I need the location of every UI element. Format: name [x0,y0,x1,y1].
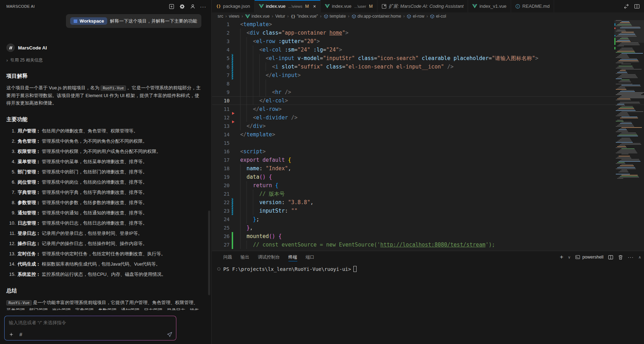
new-chat-icon[interactable] [168,3,175,10]
code-line[interactable]: 6 <i slot="suffix" class="el-icon-search… [212,63,644,71]
minimap-line [617,51,634,52]
breadcrumb-item[interactable]: index.vue [245,14,269,19]
minimap-slider[interactable] [614,20,644,43]
code-line[interactable]: 22 version: "3.8.8", [212,198,644,207]
code-line[interactable]: 21 // 版本号 [212,190,644,198]
breadcrumb-label: el-row [413,14,424,19]
minimap-line [621,132,636,133]
breadcrumb-item[interactable]: template [324,14,346,19]
breadcrumb-item[interactable]: src [218,14,223,19]
workspace-badge[interactable]: Workspace [70,17,107,25]
tab-index-v1.vue[interactable]: index_v1.vue [468,0,511,12]
account-icon[interactable] [189,3,196,10]
code-line[interactable]: 27 // const eventSource = new EventSourc… [212,241,644,249]
code-line[interactable]: 2 <div class="app-container home"> [212,29,644,37]
tab-index.vue[interactable]: index.vue...\userM [321,0,377,12]
code-line[interactable]: 10 </el-col> [212,96,644,105]
chat-transcript[interactable]: Workspace 解释一下这个项目，并解释一下主要的功能 MarsCode A… [0,13,211,310]
code-line[interactable]: 8 [212,79,644,88]
code-editor[interactable]: 1<template>2 <div class="app-container h… [212,20,644,251]
open-changes-icon[interactable] [624,4,629,9]
code-line[interactable]: 12 <el-divider /> [212,113,644,122]
code-line[interactable]: 16<script> [212,147,644,156]
references-toggle[interactable]: › 引用 25 相关信息 [6,57,211,63]
breadcrumb-item[interactable]: div.app-container.home [352,14,401,19]
close-icon[interactable]: × [313,4,316,9]
code-line[interactable]: 4 <el-col :sm="24" :lg="24"> [212,46,644,54]
code-line[interactable]: 17export default { [212,156,644,164]
split-editor-icon[interactable] [634,4,640,9]
code-text: return { [233,181,644,190]
terminal-prompt: PS F:\projects\lx_learn\RuoYi-Vue\ruoyi-… [223,266,351,272]
kill-terminal-icon[interactable] [618,255,623,260]
tab-----marscode-ai--coding-assistant[interactable]: 扩展: MarsCode AI: Coding Assistant [377,0,468,12]
feature-number: 2. [6,138,16,145]
tab-package.json[interactable]: {}package.json [212,0,255,12]
feature-term: 定时任务： [18,251,41,256]
minimap[interactable] [614,20,644,197]
code-line[interactable]: 18 name: "Index", [212,164,644,173]
code-text [233,79,644,88]
panel-tab-调试控制台[interactable]: 调试控制台 [254,251,284,263]
commands-sparkle-icon[interactable] [9,332,14,337]
code-line[interactable]: 24 }; [212,215,644,224]
chat-input[interactable]: 输入消息或者 “/” 来选择指令 # [5,316,176,340]
minimap-line [616,105,625,106]
indent-guide [240,224,241,232]
minimap-line [620,134,637,134]
breadcrumb-item[interactable]: views [229,14,239,19]
tab-readme.md[interactable]: README.md [511,0,554,12]
code-line[interactable]: 11 </el-row> [212,105,644,113]
chat-scrollbar[interactable] [208,210,210,295]
terminal-prompt-line[interactable]: PS F:\projects\lx_learn\RuoYi-Vue\ruoyi-… [217,266,644,272]
code-line[interactable]: 23 inputStr: "" [212,207,644,215]
breadcrumb-item[interactable]: el-row [407,14,424,19]
code-line[interactable]: 26 mounted() { [212,232,644,241]
code-line[interactable]: 7 </el-input> [212,71,644,79]
line-number: 17 [212,156,231,164]
code-line[interactable]: 9 <hr /> [212,88,644,96]
breadcrumb-item[interactable]: {}"index.vue" [291,14,318,19]
code-line[interactable]: 5 <el-input v-model="inputStr" class="ic… [212,54,644,63]
maximize-panel-icon[interactable]: ∧ [638,255,641,260]
code-line[interactable]: 1<template> [212,20,644,29]
line-number: 8 [212,79,231,88]
more-actions-icon[interactable]: ··· [200,3,206,10]
context-hash-button[interactable]: # [19,332,22,337]
minimap-line [617,104,624,105]
indent-guide [247,37,247,46]
panel-tab-问题[interactable]: 问题 [220,251,236,263]
gear-icon[interactable] [179,3,185,10]
panel-tab-端口[interactable]: 端口 [302,251,318,263]
chat-paragraph: RuoYi-Vue 是一个功能丰富的管理系统前端项目，它提供了用户管理、角色管理… [6,299,202,310]
new-terminal-icon[interactable]: + [560,254,563,261]
tab-index.vue[interactable]: index.vue...\viewsM× [255,0,321,12]
panel-tab-输出[interactable]: 输出 [237,251,253,263]
minimap-line [619,156,630,156]
terminal-dropdown-icon[interactable]: ∨ [568,255,571,260]
feature-text: 系统监控： 监控系统的运行状态，包括CPU、内存、磁盘等的使用情况。 [18,271,166,278]
send-icon[interactable] [167,332,172,337]
panel-tab-终端[interactable]: 终端 [285,251,301,263]
feature-desc: 管理系统中的权限，为不同的用户或角色分配不同的权限。 [41,149,161,154]
minimap-line [621,143,640,144]
code-line[interactable]: 20 return { [212,181,644,190]
code-line[interactable]: 25 }, [212,224,644,232]
breadcrumb-label: template [330,14,346,19]
line-number: 25 [212,224,231,232]
breadcrumb-item[interactable]: el-col [430,14,446,19]
indent-guide [247,207,247,215]
code-line[interactable]: 15 [212,139,644,147]
panel-more-icon[interactable]: ··· [628,254,634,260]
code-line[interactable]: 13 </div> [212,122,644,130]
terminal-shell-select[interactable]: powershell [575,255,603,260]
breadcrumb-label: index.vue [251,14,269,19]
user-query-text: 解释一下这个项目，并解释一下主要的功能 [110,18,197,24]
minimap-line [619,177,639,178]
code-line[interactable]: 19 data() { [212,173,644,181]
code-line[interactable]: 3 <el-row :gutter="20"> [212,37,644,46]
split-terminal-icon[interactable] [608,255,613,260]
breadcrumb-item[interactable]: Vetur [275,14,285,19]
line-number: 20 [212,181,231,190]
code-line[interactable]: 14</template> [212,130,644,139]
